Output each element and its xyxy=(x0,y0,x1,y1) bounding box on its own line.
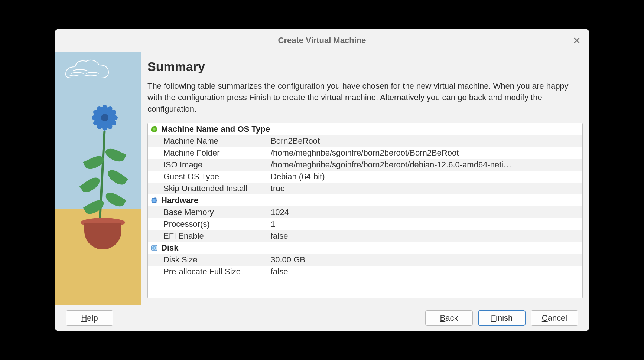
row-label: Machine Folder xyxy=(150,148,271,158)
window-title: Create Virtual Machine xyxy=(278,36,366,45)
help-button[interactable]: Help xyxy=(66,310,113,326)
section-header-disk: Disk xyxy=(148,242,582,254)
dialog-body: Summary The following table summarizes t… xyxy=(55,52,589,331)
dialog-window: Create Virtual Machine xyxy=(55,29,589,331)
svg-point-5 xyxy=(153,248,155,249)
summary-table: Machine Name and OS Type Machine Name Bo… xyxy=(147,123,583,298)
row-label: Pre-allocate Full Size xyxy=(150,267,271,276)
section-header-name-os: Machine Name and OS Type xyxy=(148,123,582,135)
cancel-button[interactable]: Cancel xyxy=(531,310,578,326)
section-header-hardware: Hardware xyxy=(148,194,582,206)
section-header-label: Machine Name and OS Type xyxy=(161,124,270,134)
row-label: Guest OS Type xyxy=(150,172,271,181)
row-value: /home/meghribe/sgoinfre/born2beroot/Born… xyxy=(271,148,580,158)
row-label: Skip Unattended Install xyxy=(150,184,271,193)
svg-rect-2 xyxy=(153,199,156,202)
chip-icon xyxy=(150,196,158,204)
row-guest-os: Guest OS Type Debian (64-bit) xyxy=(148,171,582,183)
row-value: Debian (64-bit) xyxy=(271,172,580,181)
page-description: The following table summarizes the confi… xyxy=(147,81,575,115)
svg-point-0 xyxy=(153,128,155,131)
row-base-memory: Base Memory 1024 xyxy=(148,206,582,218)
gear-icon xyxy=(150,125,158,133)
row-processors: Processor(s) 1 xyxy=(148,218,582,230)
finish-button[interactable]: Finish xyxy=(478,310,526,326)
button-bar: Help Back Finish Cancel xyxy=(55,305,589,331)
row-preallocate: Pre-allocate Full Size false xyxy=(148,266,582,278)
plant-decoration xyxy=(77,101,129,231)
section-header-label: Disk xyxy=(161,243,178,253)
back-button[interactable]: Back xyxy=(425,310,473,326)
row-value: false xyxy=(271,231,580,241)
close-button[interactable] xyxy=(571,35,583,46)
row-value: /home/meghribe/sgoinfre/born2beroot/debi… xyxy=(271,160,580,170)
row-value: Born2BeRoot xyxy=(271,136,580,146)
row-machine-name: Machine Name Born2BeRoot xyxy=(148,135,582,147)
row-iso-image: ISO Image /home/meghribe/sgoinfre/born2b… xyxy=(148,159,582,171)
section-header-label: Hardware xyxy=(161,196,198,205)
row-disk-size: Disk Size 30.00 GB xyxy=(148,254,582,266)
svg-point-6 xyxy=(156,249,157,251)
disk-icon xyxy=(150,244,158,252)
close-icon xyxy=(574,35,580,46)
row-label: Machine Name xyxy=(150,136,271,146)
row-machine-folder: Machine Folder /home/meghribe/sgoinfre/b… xyxy=(148,147,582,159)
row-label: Disk Size xyxy=(150,255,271,265)
wizard-sidebar-image xyxy=(55,52,141,305)
cloud-decoration xyxy=(62,56,114,85)
main-content: Summary The following table summarizes t… xyxy=(55,52,589,305)
row-value: 1024 xyxy=(271,207,580,217)
row-label: Base Memory xyxy=(150,207,271,217)
row-skip-unattended: Skip Unattended Install true xyxy=(148,183,582,194)
row-efi: EFI Enable false xyxy=(148,230,582,242)
page-title: Summary xyxy=(147,59,583,74)
row-label: ISO Image xyxy=(150,160,271,170)
row-value: true xyxy=(271,184,580,193)
row-value: 30.00 GB xyxy=(271,255,580,265)
row-value: false xyxy=(271,267,580,276)
titlebar: Create Virtual Machine xyxy=(55,29,589,52)
row-label: EFI Enable xyxy=(150,231,271,241)
row-value: 1 xyxy=(271,219,580,229)
row-label: Processor(s) xyxy=(150,219,271,229)
content-panel: Summary The following table summarizes t… xyxy=(141,52,589,305)
